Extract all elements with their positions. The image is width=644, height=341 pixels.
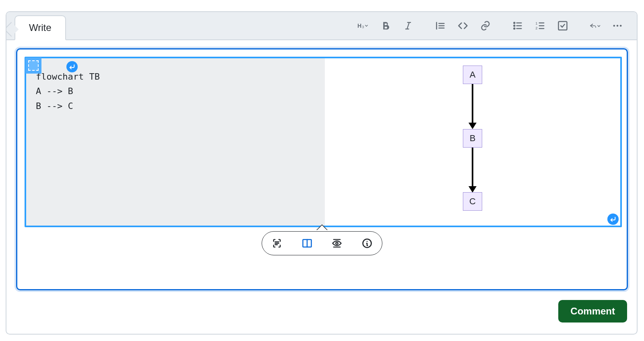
svg-rect-7 — [559, 22, 567, 30]
svg-text:3: 3 — [362, 25, 364, 29]
insert-before-handle[interactable] — [66, 61, 78, 72]
composer-tabbar: Write H 3 — [6, 12, 637, 40]
mermaid-view-switcher — [262, 231, 382, 255]
view-split-button[interactable] — [295, 234, 319, 252]
mermaid-code-editor[interactable]: flowchart TB A --> B B --> C — [26, 58, 325, 226]
editor-focus-frame: flowchart TB A --> B B --> C A B C — [16, 48, 628, 290]
svg-point-3 — [514, 25, 515, 27]
view-rendered-button[interactable] — [325, 234, 349, 252]
comment-button-label: Comment — [570, 306, 615, 317]
svg-point-4 — [514, 28, 515, 29]
mermaid-preview: A B C — [325, 58, 620, 226]
code-line-2: B --> C — [36, 101, 73, 111]
mermaid-block[interactable]: flowchart TB A --> B B --> C A B C — [25, 57, 622, 227]
svg-text:1: 1 — [535, 21, 537, 25]
unordered-list-button[interactable] — [506, 17, 529, 35]
view-raw-button[interactable] — [265, 234, 289, 252]
diagram-edge — [472, 148, 473, 186]
svg-text:2: 2 — [535, 26, 537, 30]
svg-point-8 — [613, 25, 615, 27]
svg-point-2 — [514, 23, 515, 24]
bold-button[interactable] — [374, 17, 397, 35]
reply-dropdown[interactable] — [584, 17, 606, 35]
code-line-0: flowchart TB — [36, 72, 100, 82]
formatting-toolbar: H 3 — [352, 12, 629, 39]
code-button[interactable] — [452, 17, 474, 35]
block-selection-handle[interactable] — [25, 58, 41, 74]
tab-write[interactable]: Write — [14, 15, 66, 40]
tasklist-button[interactable] — [551, 17, 574, 35]
arrowhead-icon — [469, 186, 477, 193]
insert-after-handle[interactable] — [607, 214, 619, 225]
diagram-node-b: B — [463, 129, 482, 148]
comment-submit-button[interactable]: Comment — [558, 300, 627, 323]
ordered-list-button[interactable]: 12 — [529, 17, 551, 35]
code-line-1: A --> B — [36, 86, 73, 96]
diagram-edge — [472, 84, 473, 123]
view-info-button[interactable] — [355, 234, 379, 252]
svg-text:H: H — [357, 23, 361, 29]
svg-point-9 — [617, 25, 619, 27]
resize-grip-icon[interactable] — [316, 217, 324, 225]
diagram-node-a: A — [463, 66, 482, 84]
heading-dropdown[interactable]: H 3 — [352, 17, 374, 35]
diagram-node-c: C — [463, 192, 482, 211]
svg-point-10 — [620, 25, 622, 27]
tab-write-label: Write — [29, 22, 52, 33]
arrowhead-icon — [469, 123, 477, 129]
italic-button[interactable] — [397, 17, 419, 35]
quote-button[interactable] — [429, 17, 452, 35]
comment-composer: Write H 3 — [6, 11, 638, 335]
svg-point-12 — [336, 242, 338, 244]
link-button[interactable] — [474, 17, 497, 35]
kebab-menu[interactable] — [606, 17, 629, 35]
